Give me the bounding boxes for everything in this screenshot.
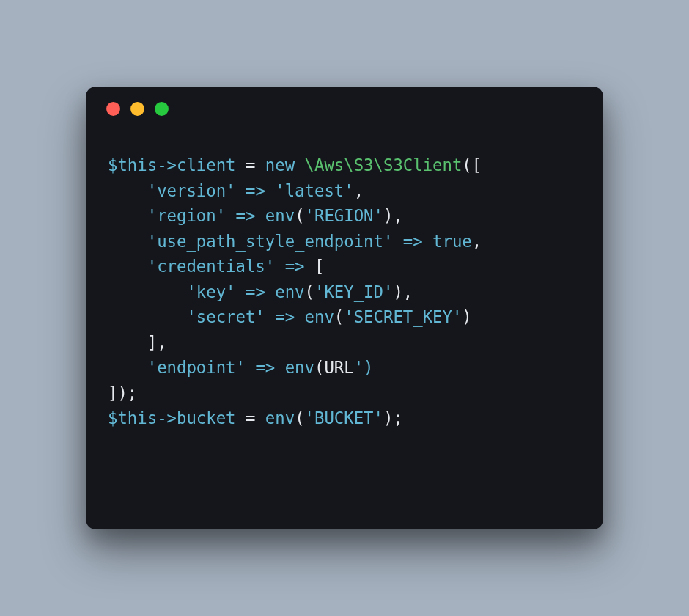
code-token [275, 257, 284, 276]
code-token [255, 155, 265, 175]
code-token [236, 181, 246, 200]
code-token [236, 155, 246, 175]
maximize-icon[interactable] [155, 102, 169, 116]
code-token: 'use_path_style_endpoint' [147, 232, 394, 251]
code-token: ( [295, 206, 304, 225]
code-indent [108, 206, 147, 225]
code-token: ) [462, 307, 471, 326]
code-token: 'KEY_ID' [314, 282, 393, 301]
code-indent [108, 333, 147, 352]
code-indent [108, 282, 186, 301]
code-line: $this->bucket = env('BUCKET'); [108, 406, 581, 431]
code-token [393, 232, 402, 251]
code-token: 'BUCKET' [305, 408, 383, 428]
code-line: ], [108, 330, 581, 356]
code-token: => [236, 206, 256, 225]
code-line: 'version' => 'latest', [108, 178, 581, 204]
code-token: 'secret' [186, 307, 265, 326]
code-token: client [177, 155, 236, 175]
window-titlebar [86, 87, 603, 131]
code-token: env [285, 358, 314, 377]
code-token: => [403, 232, 423, 251]
code-token: ') [354, 358, 374, 377]
code-indent [108, 307, 186, 326]
code-token: , [472, 232, 482, 251]
code-token: 'region' [147, 206, 226, 225]
code-token: => [255, 358, 275, 377]
code-token [265, 282, 275, 301]
code-token: 'endpoint' [147, 358, 246, 377]
code-token: ), [393, 282, 413, 301]
code-line: $this->client = new \Aws\S3\S3Client([ [108, 153, 581, 178]
code-token: ( [314, 358, 324, 377]
code-token: ([ [462, 155, 482, 175]
code-token [236, 282, 246, 301]
code-token: new [265, 155, 295, 175]
code-token: env [265, 408, 295, 428]
code-token: ], [147, 333, 167, 352]
code-token [246, 358, 255, 377]
code-token: ); [383, 408, 403, 428]
code-indent [108, 358, 147, 377]
code-token: env [265, 206, 295, 225]
code-window: $this->client = new \Aws\S3\S3Client([ '… [86, 87, 603, 529]
code-token: ), [383, 206, 403, 225]
code-line: ]); [108, 381, 581, 406]
code-line: 'secret' => env('SECRET_KEY') [108, 304, 581, 330]
code-token: 'latest' [275, 181, 353, 200]
code-token: URL [324, 358, 353, 377]
code-token: = [246, 408, 255, 428]
code-token: $this [108, 155, 157, 175]
code-token [295, 307, 304, 326]
code-token [265, 181, 275, 200]
code-token: => [285, 257, 305, 276]
code-token: 'SECRET_KEY' [344, 307, 462, 326]
code-token: 'REGION' [305, 206, 383, 225]
code-token: ( [334, 307, 344, 326]
code-token [236, 408, 246, 428]
code-line: 'credentials' => [ [108, 254, 581, 279]
code-token [265, 307, 275, 326]
code-token [275, 358, 284, 377]
code-token: bucket [177, 408, 236, 428]
code-token [423, 232, 432, 251]
code-token: $this [108, 408, 157, 428]
minimize-icon[interactable] [130, 102, 144, 116]
code-token: , [354, 181, 364, 200]
code-token: -> [157, 408, 177, 428]
code-token: 'credentials' [147, 257, 276, 276]
code-token: ( [305, 282, 314, 301]
code-line: 'endpoint' => env(URL') [108, 355, 581, 381]
code-token: env [275, 282, 304, 301]
code-token: 'key' [186, 282, 235, 301]
code-token: [ [305, 257, 325, 276]
code-token: 'version' [147, 181, 236, 200]
code-token: => [246, 282, 265, 301]
close-icon[interactable] [106, 102, 120, 116]
code-line: 'use_path_style_endpoint' => true, [108, 229, 581, 254]
code-token: => [275, 307, 295, 326]
code-token: ( [295, 408, 304, 428]
code-token [255, 408, 265, 428]
code-token [255, 206, 265, 225]
code-indent [108, 232, 147, 251]
code-content[interactable]: $this->client = new \Aws\S3\S3Client([ '… [86, 131, 603, 453]
code-indent [108, 257, 147, 276]
code-token: = [246, 155, 255, 175]
code-token: => [246, 181, 265, 200]
code-indent [108, 181, 147, 200]
code-token: true [432, 232, 472, 251]
code-token [295, 155, 304, 175]
code-token: \Aws\S3\S3Client [305, 155, 463, 175]
code-token: -> [157, 155, 177, 175]
code-line: 'region' => env('REGION'), [108, 203, 581, 229]
code-token: ]); [108, 384, 137, 403]
code-line: 'key' => env('KEY_ID'), [108, 279, 581, 305]
code-token: env [305, 307, 334, 326]
code-token [226, 206, 235, 225]
